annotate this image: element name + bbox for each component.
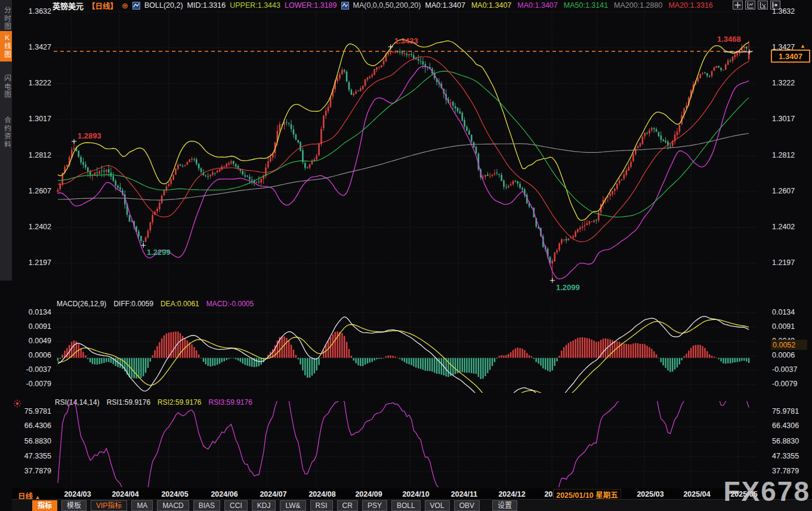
crosshair-icon[interactable] [733,1,743,10]
add-icon[interactable]: ⊕ [122,1,128,10]
macd-crosshair-value: 0.0052 [771,340,807,350]
toolbar-item-KDJ[interactable]: KDJ [252,500,276,511]
toolbar-item-OBV[interactable]: OBV [454,500,480,511]
toolbar-item-LW&[interactable]: LW& [280,500,305,511]
macd-value: MACD:-0.0005 [206,300,254,308]
ma-indicator-icon[interactable] [341,2,349,10]
macd-tick-left: 0.0134 [17,308,51,317]
month-label: 2024/08 [308,490,335,498]
left-sidebar: 分时图K线图闪电图合约资料 [0,0,12,281]
toolbar-item-VIP指标[interactable]: VIP指标 [91,500,127,511]
price-tick-right: 1.3632 [772,7,809,16]
last-price-box: 1.3407 [771,50,810,63]
price-tick-left: 1.2197 [17,258,51,267]
toolbar-item-VOL[interactable]: VOL [425,500,450,511]
sidebar-item-1[interactable]: 分时图 [0,4,12,34]
price-tick-right: 1.3017 [772,115,809,124]
ma-value-1: MA0:1.3407 [425,1,465,10]
trading-terminal: 分时图K线图闪电图合约资料 英镑美元 【日线】 ⊕ BOLL(20,2) MID… [0,0,812,511]
macd-pane[interactable] [54,307,756,393]
price-tick-right: 1.2812 [772,151,809,160]
macd-tick-right: -0.0079 [772,380,809,389]
month-label: 2025/03 [637,490,663,498]
rsi-tick-left: 37.7879 [17,467,51,476]
toolbar-item-BOLL[interactable]: BOLL [391,500,421,511]
pane-settings-icon[interactable] [13,399,21,408]
month-label: 2024/09 [355,490,382,498]
macd-tick-left: 0.0049 [17,337,51,346]
price-tick-left: 1.3017 [17,115,51,124]
toolbar-item-模板[interactable]: 模板 [61,500,87,511]
sidebar-item-2[interactable]: K线图 [0,31,12,61]
indicator-header: 英镑美元 【日线】 ⊕ BOLL(20,2) MID:1.3316 UPPER:… [53,1,713,10]
symbol-name: 英镑美元 [53,0,84,11]
svg-text:1.3468: 1.3468 [717,35,741,44]
macd-tick-right: 0.0006 [772,351,809,360]
month-label: 2024/12 [498,490,525,498]
rsi-tick-left: 47.3355 [17,452,51,461]
price-tick-right: 1.2607 [772,187,809,196]
macd-tick-left: -0.0037 [17,365,51,374]
macd-title: MACD(26,12,9) [57,300,106,308]
rsi-tick-left: 66.4306 [17,421,51,430]
rsi-tick-right: 47.3355 [772,452,809,461]
svg-text:1.2893: 1.2893 [78,131,101,140]
macd-diff-value: DIFF:0.0059 [113,300,153,308]
rsi-tick-right: 66.4306 [772,421,809,430]
month-label: 2024/06 [211,490,237,498]
boll-mid: MID:1.3316 [187,1,226,10]
month-label: 2024/11 [451,490,478,498]
macd-tick-left: 0.0006 [17,351,51,360]
boll-indicator-icon[interactable] [132,2,140,10]
ma-values: MA0:1.3407MA0:1.3407MA0:1.3407MA50:1.314… [425,1,712,10]
price-marker-arrow: ▲ [800,43,805,49]
price-tick-left: 1.3427 [17,43,51,52]
boll-lower: LOWER:1.3189 [285,1,337,10]
rsi-tick-right: 75.9781 [772,407,809,416]
boll-upper: UPPER:1.3443 [230,1,280,10]
candlestick-chart[interactable]: 1.28931.22991.34331.20991.3468 [54,11,756,298]
toolbar-item-MACD[interactable]: MACD [157,500,189,511]
month-label: 2024/07 [260,490,286,498]
sidebar-item-4[interactable]: 合约资料 [0,113,12,152]
indicator-toolbar: 指标模板VIP指标MAMACDBIASCCIKDJLW&RSICRPSYBOLL… [12,499,812,511]
rsi-pane[interactable] [54,401,756,487]
toolbar-item-CCI[interactable]: CCI [224,500,248,511]
price-tick-right: 1.2197 [772,258,809,267]
rsi-tick-right: 37.7879 [772,467,809,476]
ma-value-6: MA20:1.3316 [668,1,712,10]
month-label: 2024/10 [402,490,429,498]
ma-value-3: MA0:1.3407 [517,1,557,10]
sidebar-item-3[interactable]: 闪电图 [0,72,12,102]
svg-text:1.3433: 1.3433 [394,36,418,45]
macd-dea-value: DEA:0.0061 [160,300,199,308]
toolbar-item-PSY[interactable]: PSY [362,500,387,511]
zoom-in-icon[interactable] [745,1,755,10]
price-tick-left: 1.2812 [17,151,51,160]
month-label: 2024/04 [112,490,138,498]
rsi-tick-left: 56.8830 [17,437,51,446]
ma-group-label: MA(0,0,0,50,200,20) [353,1,421,10]
macd-tick-left: 0.0091 [17,322,51,331]
price-tick-left: 1.2607 [17,187,51,196]
rsi-tick-left: 75.9781 [17,407,51,416]
macd-tick-right: 0.0134 [772,308,809,317]
month-label: 2025/05 [730,490,757,498]
toolbar-item-MA[interactable]: MA [131,500,153,511]
period-label: 【日线】 [88,0,118,11]
month-label: 2024/05 [161,490,188,498]
price-tick-right: 1.2402 [772,223,809,232]
toolbar-item-CR[interactable]: CR [337,500,358,511]
toolbar-item-指标[interactable]: 指标 [32,500,57,511]
ma-value-2: MA0:1.3407 [471,1,511,10]
macd-tick-left: -0.0079 [17,380,51,389]
zoom-out-icon[interactable] [758,1,768,10]
boll-label: BOLL(20,2) [144,1,183,10]
svg-text:1.2299: 1.2299 [147,248,171,257]
toolbar-item-BIAS[interactable]: BIAS [193,500,220,511]
price-tick-left: 1.2402 [17,223,51,232]
macd-tick-right: -0.0037 [772,365,809,374]
toolbar-item-设置[interactable]: 设置 [492,500,517,511]
toolbar-item-RSI[interactable]: RSI [310,500,333,511]
month-label: 2024/03 [64,490,91,498]
